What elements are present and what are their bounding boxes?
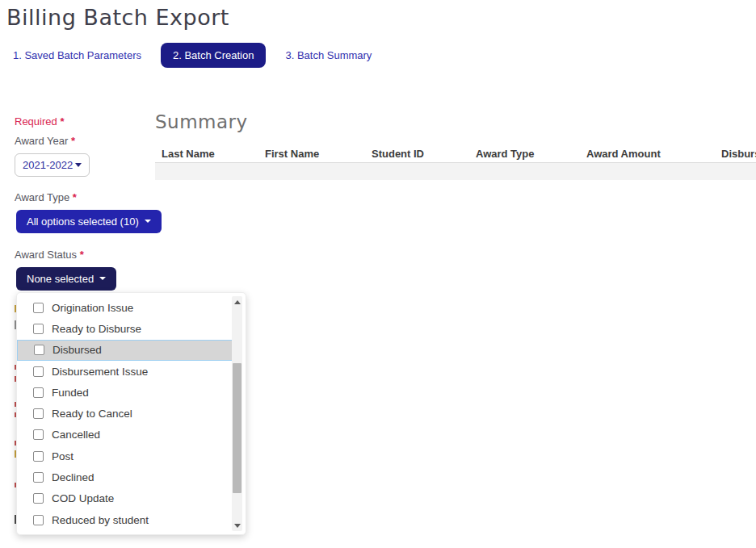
award-status-label: Award Status * xyxy=(15,249,84,261)
caret-down-icon xyxy=(99,277,106,280)
scrollbar-thumb[interactable] xyxy=(233,363,242,493)
required-asterisk-icon: * xyxy=(60,115,64,128)
step-tabs: 1. Saved Batch Parameters 2. Batch Creat… xyxy=(11,43,373,68)
award-status-button-label: None selected xyxy=(27,273,94,285)
option-label: Origination Issue xyxy=(52,302,133,314)
option-checkbox[interactable] xyxy=(34,345,44,355)
award-type-button-label: All options selected (10) xyxy=(27,215,139,228)
option-label: Ready to Disburse xyxy=(52,323,141,335)
option-cancelled[interactable]: Cancelled xyxy=(17,425,233,446)
award-year-value: 2021-2022 xyxy=(23,159,73,171)
column-header-first-name: First Name xyxy=(265,148,372,160)
summary-table-header-row: Last Name First Name Student ID Award Ty… xyxy=(155,145,756,163)
award-year-label: Award Year * xyxy=(15,135,75,147)
page-title: Billing Batch Export xyxy=(6,5,229,30)
option-label: Post xyxy=(52,450,74,462)
column-header-disburse: Disburse xyxy=(721,148,756,160)
award-type-dropdown-button[interactable]: All options selected (10) xyxy=(16,210,162,233)
empty-table-row xyxy=(155,163,756,180)
option-ready-to-cancel[interactable]: Ready to Cancel xyxy=(17,403,233,424)
summary-heading: Summary xyxy=(155,111,248,132)
award-year-select[interactable]: 2021-2022 xyxy=(15,153,90,177)
option-label: Declined xyxy=(52,471,94,483)
scroll-up-arrow-icon[interactable] xyxy=(232,296,242,307)
tab-batch-summary[interactable]: 3. Batch Summary xyxy=(284,43,373,68)
required-asterisk-icon: * xyxy=(71,135,75,147)
option-checkbox[interactable] xyxy=(33,451,44,462)
option-label: Disbursement Issue xyxy=(52,366,148,378)
option-checkbox[interactable] xyxy=(33,429,44,440)
option-checkbox[interactable] xyxy=(33,493,44,504)
option-disbursement-issue[interactable]: Disbursement Issue xyxy=(17,361,233,382)
tab-batch-creation[interactable]: 2. Batch Creation xyxy=(161,43,266,68)
column-header-student-id: Student ID xyxy=(372,148,476,160)
option-checkbox[interactable] xyxy=(33,366,44,377)
column-header-last-name: Last Name xyxy=(162,148,265,160)
triangle-up-icon xyxy=(234,300,241,304)
caret-down-icon xyxy=(145,220,151,223)
column-header-award-type: Award Type xyxy=(476,148,586,160)
award-status-dropdown-button[interactable]: None selected xyxy=(16,267,116,291)
option-reduced-by-student[interactable]: Reduced by student xyxy=(17,509,233,530)
option-origination-issue[interactable]: Origination Issue xyxy=(17,297,233,318)
option-checkbox[interactable] xyxy=(33,387,44,398)
option-label: COD Update xyxy=(52,492,114,504)
option-ready-to-disburse[interactable]: Ready to Disburse xyxy=(17,318,233,339)
option-checkbox[interactable] xyxy=(33,515,44,525)
option-post[interactable]: Post xyxy=(17,446,233,466)
scroll-down-arrow-icon[interactable] xyxy=(232,520,242,531)
triangle-down-icon xyxy=(234,524,241,528)
caret-down-icon xyxy=(75,163,82,167)
summary-table: Last Name First Name Student ID Award Ty… xyxy=(155,145,756,180)
award-type-label: Award Type * xyxy=(15,191,77,203)
option-checkbox[interactable] xyxy=(33,408,44,419)
column-header-award-amount: Award Amount xyxy=(586,148,721,160)
option-label: Ready to Cancel xyxy=(52,408,132,420)
award-year-label-text: Award Year xyxy=(15,135,68,147)
option-label: Funded xyxy=(52,387,89,399)
required-asterisk-icon: * xyxy=(73,191,77,203)
tab-saved-batch-parameters[interactable]: 1. Saved Batch Parameters xyxy=(11,43,143,68)
option-label: Cancelled xyxy=(52,429,100,441)
option-funded[interactable]: Funded xyxy=(17,382,233,403)
required-note-text: Required xyxy=(15,115,57,128)
billing-batch-export-page: Billing Batch Export 1. Saved Batch Para… xyxy=(0,0,756,548)
award-status-option-list: Origination Issue Ready to Disburse Disb… xyxy=(17,297,233,530)
option-checkbox[interactable] xyxy=(33,472,44,483)
option-cod-update[interactable]: COD Update xyxy=(17,488,233,509)
option-declined[interactable]: Declined xyxy=(17,466,233,487)
award-type-label-text: Award Type xyxy=(15,191,69,203)
option-checkbox[interactable] xyxy=(33,324,44,334)
option-checkbox[interactable] xyxy=(33,303,44,313)
option-label: Reduced by student xyxy=(52,514,149,526)
required-note: Required * xyxy=(15,115,64,128)
required-asterisk-icon: * xyxy=(80,249,84,261)
dropdown-scrollbar[interactable] xyxy=(232,296,242,531)
option-disbursed[interactable]: Disbursed xyxy=(17,340,234,361)
option-label: Disbursed xyxy=(52,344,102,356)
award-status-label-text: Award Status xyxy=(15,249,77,261)
award-status-dropdown-menu: Origination Issue Ready to Disburse Disb… xyxy=(16,292,246,535)
